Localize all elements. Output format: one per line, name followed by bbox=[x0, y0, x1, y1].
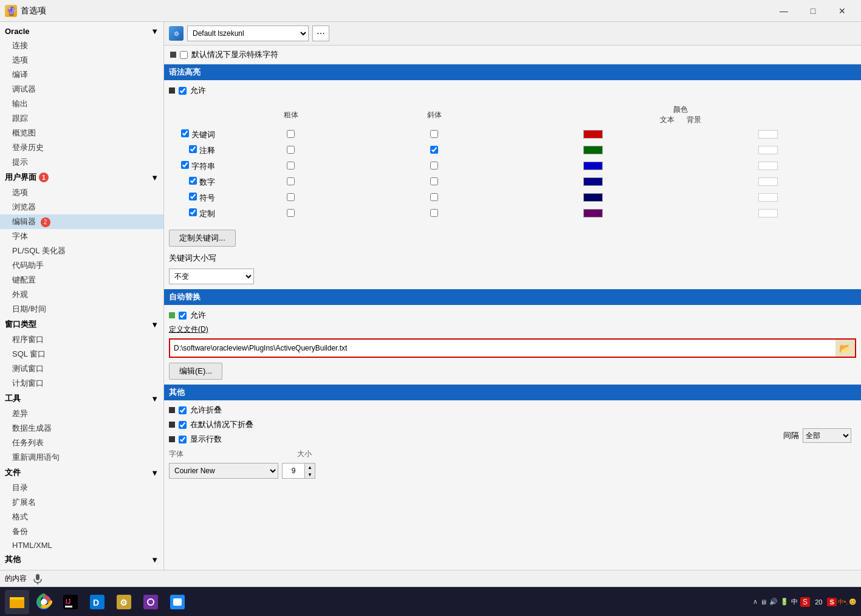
customize-keywords-button[interactable]: 定制关键词... bbox=[169, 230, 236, 247]
comment-bold-checkbox[interactable] bbox=[287, 146, 295, 154]
comment-text-color[interactable] bbox=[583, 146, 603, 154]
sidebar-item-plsql-beautifier[interactable]: PL/SQL 美化器 bbox=[0, 244, 163, 258]
font-size-up-button[interactable]: ▲ bbox=[305, 464, 315, 471]
custom-italic-checkbox[interactable] bbox=[430, 209, 438, 217]
default-fold-checkbox[interactable] bbox=[179, 421, 187, 429]
sidebar-item-task-list[interactable]: 任务列表 bbox=[0, 436, 163, 450]
show-linenum-checkbox[interactable] bbox=[179, 436, 187, 443]
keyword-checkbox[interactable] bbox=[181, 129, 189, 137]
sidebar-item-directory[interactable]: 目录 bbox=[0, 481, 163, 495]
allow-fold-label: 允许折叠 bbox=[190, 405, 222, 416]
keyword-bold-checkbox[interactable] bbox=[287, 130, 295, 138]
sidebar-item-hints[interactable]: 提示 bbox=[0, 155, 163, 169]
keyword-text-color[interactable] bbox=[583, 130, 603, 139]
comment-checkbox[interactable] bbox=[189, 145, 197, 153]
sidebar-item-ui-options[interactable]: 选项 bbox=[0, 185, 163, 200]
keyword-italic-checkbox[interactable] bbox=[430, 130, 438, 138]
string-italic-checkbox[interactable] bbox=[430, 162, 438, 169]
edit-button[interactable]: 编辑(E)... bbox=[169, 363, 222, 380]
taskbar-blue-square-app[interactable] bbox=[165, 590, 190, 614]
sidebar-item-login-history[interactable]: 登录历史 bbox=[0, 140, 163, 155]
sidebar-item-output[interactable]: 输出 bbox=[0, 97, 163, 111]
number-bold-checkbox[interactable] bbox=[287, 177, 295, 185]
sidebar-item-compile[interactable]: 编译 bbox=[0, 67, 163, 82]
sidebar-item-format[interactable]: 格式 bbox=[0, 510, 163, 524]
mic-icon[interactable] bbox=[32, 573, 44, 585]
file-browse-button[interactable]: 📂 bbox=[835, 340, 855, 357]
sidebar-section-file[interactable]: 文件 ▼ bbox=[0, 465, 163, 481]
comment-bg-color[interactable] bbox=[758, 146, 778, 154]
syntax-allow-checkbox[interactable] bbox=[179, 87, 187, 95]
sidebar-item-test-window[interactable]: 测试窗口 bbox=[0, 361, 163, 376]
taskbar-blue-app[interactable]: D bbox=[85, 590, 109, 614]
file-path-input[interactable] bbox=[170, 340, 835, 357]
custom-text-color[interactable] bbox=[583, 209, 603, 217]
sidebar-item-backup[interactable]: 备份 bbox=[0, 524, 163, 539]
sidebar-item-recall[interactable]: 重新调用语句 bbox=[0, 450, 163, 465]
sidebar-item-diff[interactable]: 差异 bbox=[0, 406, 163, 421]
number-bg-color[interactable] bbox=[758, 177, 778, 186]
sidebar-section-window-type[interactable]: 窗口类型 ▼ bbox=[0, 317, 163, 332]
profile-select[interactable]: Default lszekunl bbox=[187, 26, 309, 41]
spacing-select[interactable]: 全部 无 行 字 bbox=[803, 428, 851, 443]
font-select[interactable]: Courier New bbox=[169, 463, 278, 479]
sidebar-item-debugger[interactable]: 调试器 bbox=[0, 82, 163, 97]
sidebar-section-other[interactable]: 其他 ▼ bbox=[0, 552, 163, 567]
sidebar-item-browser[interactable]: 浏览器 bbox=[0, 200, 163, 214]
sidebar-section-oracle[interactable]: Oracle ▼ bbox=[0, 24, 163, 38]
sidebar-item-html-xml[interactable]: HTML/XML bbox=[0, 539, 163, 552]
taskbar-jetbrains[interactable]: IJ bbox=[58, 590, 83, 614]
sidebar-item-plan-window[interactable]: 计划窗口 bbox=[0, 376, 163, 391]
number-italic-checkbox[interactable] bbox=[430, 177, 438, 185]
sidebar-item-editor[interactable]: 编辑器 2 bbox=[0, 214, 163, 229]
sidebar-item-options[interactable]: 选项 bbox=[0, 53, 163, 67]
sidebar-item-font[interactable]: 字体 bbox=[0, 229, 163, 244]
symbol-bold-checkbox[interactable] bbox=[287, 193, 295, 201]
keyword-case-select[interactable]: 不变 大写 小写 首字母大写 bbox=[169, 269, 254, 284]
symbol-text-color[interactable] bbox=[583, 193, 603, 202]
show-special-chars-checkbox[interactable] bbox=[180, 51, 188, 59]
string-text-color[interactable] bbox=[583, 162, 603, 170]
sidebar-item-extension[interactable]: 扩展名 bbox=[0, 495, 163, 510]
sidebar-item-key-config[interactable]: 键配置 bbox=[0, 273, 163, 287]
keyword-bg-color[interactable] bbox=[758, 130, 778, 139]
sidebar-item-appearance[interactable]: 外观 bbox=[0, 287, 163, 302]
number-text-color[interactable] bbox=[583, 177, 603, 186]
allow-fold-checkbox[interactable] bbox=[179, 406, 187, 414]
sidebar-item-trace[interactable]: 跟踪 bbox=[0, 111, 163, 126]
clock: 20 bbox=[815, 598, 822, 606]
tray-up-arrow[interactable]: ∧ bbox=[753, 598, 758, 606]
bg-header: 背景 bbox=[687, 115, 701, 125]
auto-replace-allow-checkbox[interactable] bbox=[179, 312, 187, 320]
custom-checkbox[interactable] bbox=[189, 208, 197, 216]
taskbar-chrome[interactable] bbox=[32, 590, 56, 614]
font-size-down-button[interactable]: ▼ bbox=[305, 471, 315, 478]
profile-more-button[interactable]: ··· bbox=[312, 26, 329, 41]
sidebar-item-data-gen[interactable]: 数据生成器 bbox=[0, 421, 163, 436]
sidebar-item-overview[interactable]: 概览图 bbox=[0, 126, 163, 140]
symbol-checkbox[interactable] bbox=[189, 193, 197, 200]
close-button[interactable]: ✕ bbox=[828, 2, 856, 19]
symbol-bg-color[interactable] bbox=[758, 193, 778, 202]
taskbar-file-manager[interactable] bbox=[5, 590, 29, 614]
sidebar-item-datetime[interactable]: 日期/时间 bbox=[0, 302, 163, 317]
symbol-italic-checkbox[interactable] bbox=[430, 193, 438, 201]
sidebar-item-sql-window[interactable]: SQL 窗口 bbox=[0, 347, 163, 361]
sidebar-item-program-window[interactable]: 程序窗口 bbox=[0, 332, 163, 347]
custom-bold-checkbox[interactable] bbox=[287, 209, 295, 217]
sidebar-section-tools[interactable]: 工具 ▼ bbox=[0, 391, 163, 406]
sidebar-section-ui[interactable]: 用户界面 1 ▼ bbox=[0, 169, 163, 185]
string-checkbox[interactable] bbox=[181, 161, 189, 169]
taskbar-gear-app[interactable]: ⚙ bbox=[112, 590, 136, 614]
font-size-input[interactable] bbox=[283, 464, 304, 478]
string-bold-checkbox[interactable] bbox=[287, 162, 295, 169]
sidebar-item-connect[interactable]: 连接 bbox=[0, 38, 163, 53]
number-checkbox[interactable] bbox=[189, 177, 197, 185]
minimize-button[interactable]: — bbox=[770, 2, 798, 19]
taskbar-purple-app[interactable] bbox=[139, 590, 163, 614]
string-bg-color[interactable] bbox=[758, 162, 778, 170]
custom-bg-color[interactable] bbox=[758, 209, 778, 217]
maximize-button[interactable]: □ bbox=[799, 2, 827, 19]
sidebar-item-code-assistant[interactable]: 代码助手 bbox=[0, 258, 163, 273]
comment-italic-checkbox[interactable] bbox=[430, 146, 438, 154]
